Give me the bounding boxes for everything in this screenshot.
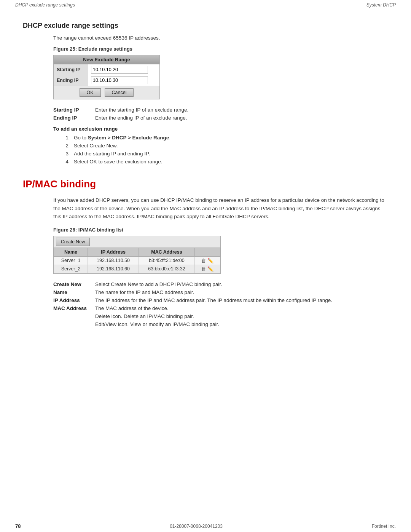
footer-doc-number: 01-28007-0068-20041203: [170, 524, 223, 529]
table-row: Server_2 192.168.110.60 63:bb:d0:e1:f3:3…: [54, 265, 220, 273]
table-header-row: Name IP Address MAC Address: [54, 248, 220, 256]
cell-name: Server_2: [54, 265, 88, 273]
footer-company: Fortinet Inc.: [372, 524, 396, 529]
col-actions: [194, 248, 220, 256]
footer-page-number: 78: [15, 523, 21, 529]
step-1: 1 Go to System > DHCP > Exclude Range.: [61, 135, 388, 141]
starting-ip-field[interactable]: [91, 66, 148, 73]
cell-ip: 192.168.110.60: [88, 265, 139, 273]
starting-ip-input-cell: [88, 64, 159, 75]
cell-mac: 63:bb:d0:e1:f3:32: [139, 265, 195, 273]
ip-address-desc: IP Address The IP address for the IP and…: [53, 297, 388, 303]
delete-icon[interactable]: 🗑: [201, 258, 206, 264]
edit-icon-def: Edit/View icon. View or modify an IP/MAC…: [95, 321, 388, 327]
step-2-text: Select Create New.: [74, 143, 118, 149]
ipmac-binding-table: Name IP Address MAC Address Server_1 192…: [54, 248, 220, 273]
starting-ip-def: Enter the starting IP of an exclude rang…: [95, 107, 388, 113]
procedure-steps: 1 Go to System > DHCP > Exclude Range. 2…: [61, 135, 388, 165]
figure25-caption: Figure 25: Exclude range settings: [53, 46, 388, 52]
ending-ip-label: Ending IP: [54, 75, 88, 86]
cell-name: Server_1: [54, 256, 88, 265]
section2-title: IP/MAC binding: [23, 178, 388, 190]
edit-icon[interactable]: ✏️: [207, 258, 213, 264]
section2-intro: If you have added DHCP servers, you can …: [53, 196, 388, 221]
delete-icon-desc: Delete icon. Delete an IP/MAC binding pa…: [53, 313, 388, 319]
procedure-title: To add an exclusion range: [53, 126, 388, 132]
name-def: The name for the IP and MAC address pair…: [95, 289, 388, 295]
create-new-button[interactable]: Create New: [56, 238, 90, 246]
edit-icon-term: [53, 321, 95, 327]
step-3-text: Add the starting IP and ending IP.: [74, 151, 150, 157]
starting-ip-row: Starting IP: [54, 64, 159, 75]
col-ip: IP Address: [88, 248, 139, 256]
mac-address-def: The MAC address of the device.: [95, 305, 388, 311]
col-name: Name: [54, 248, 88, 256]
header-right: System DHCP: [366, 2, 396, 8]
cancel-button[interactable]: Cancel: [105, 88, 134, 97]
cell-ip: 192.168.110.50: [88, 256, 139, 265]
delete-icon-term: [53, 313, 95, 319]
header-left: DHCP exclude range settings: [15, 2, 75, 8]
dialog-form-table: Starting IP Ending IP: [54, 64, 159, 86]
name-desc: Name The name for the IP and MAC address…: [53, 289, 388, 295]
create-new-desc: Create New Select Create New to add a DH…: [53, 281, 388, 287]
table-row: Server_1 192.168.110.50 b3:45:ff:21:de:0…: [54, 256, 220, 265]
name-term: Name: [53, 289, 95, 295]
starting-ip-desc: Starting IP Enter the starting IP of an …: [53, 107, 388, 113]
footer-bar: 78 01-28007-0068-20041203 Fortinet Inc.: [0, 520, 411, 532]
starting-ip-term: Starting IP: [53, 107, 95, 113]
create-new-term: Create New: [53, 281, 95, 287]
step-4: 4 Select OK to save the exclusion range.: [61, 159, 388, 165]
delete-icon-def: Delete icon. Delete an IP/MAC binding pa…: [95, 313, 388, 319]
step-3: 3 Add the starting IP and ending IP.: [61, 151, 388, 157]
create-new-bar: Create New: [54, 236, 220, 248]
mac-address-term: MAC Address: [53, 305, 95, 311]
create-new-def: Select Create New to add a DHCP IP/MAC b…: [95, 281, 388, 287]
ending-ip-row: Ending IP: [54, 75, 159, 86]
section1-title: DHCP exclude range settings: [23, 22, 388, 30]
cell-mac: b3:45:ff:21:de:00: [139, 256, 195, 265]
ok-button[interactable]: OK: [80, 88, 101, 97]
header-bar: DHCP exclude range settings System DHCP: [0, 0, 411, 10]
step-2: 2 Select Create New.: [61, 143, 388, 149]
ending-ip-term: Ending IP: [53, 115, 95, 121]
step-4-text: Select OK to save the exclusion range.: [74, 159, 162, 165]
col-mac: MAC Address: [139, 248, 195, 256]
ending-ip-def: Enter the ending IP of an exclude range.: [95, 115, 388, 121]
figure26-caption: Figure 26: IP/MAC binding list: [53, 227, 388, 233]
section1-intro: The range cannot exceed 65536 IP address…: [53, 35, 388, 41]
ip-address-def: The IP address for the IP and MAC addres…: [95, 297, 388, 303]
mac-address-desc: MAC Address The MAC address of the devic…: [53, 305, 388, 311]
dialog-title: New Exclude Range: [54, 55, 159, 64]
ending-ip-desc: Ending IP Enter the ending IP of an excl…: [53, 115, 388, 121]
cell-actions: 🗑 ✏️: [194, 256, 220, 265]
ipmac-table-wrap: Create New Name IP Address MAC Address S…: [53, 236, 221, 274]
exclude-range-dialog: New Exclude Range Starting IP Ending IP …: [53, 55, 160, 99]
edit-icon[interactable]: ✏️: [207, 266, 213, 272]
section1-field-descriptions: Starting IP Enter the starting IP of an …: [53, 107, 388, 121]
edit-icon-desc: Edit/View icon. View or modify an IP/MAC…: [53, 321, 388, 327]
ending-ip-field[interactable]: [91, 77, 148, 84]
step-1-text: Go to System > DHCP > Exclude Range.: [74, 135, 170, 141]
ip-address-term: IP Address: [53, 297, 95, 303]
dialog-buttons: OK Cancel: [54, 86, 159, 99]
ending-ip-input-cell: [88, 75, 159, 86]
section2-field-descriptions: Create New Select Create New to add a DH…: [53, 281, 388, 327]
main-content: DHCP exclude range settings The range ca…: [0, 10, 411, 355]
cell-actions: 🗑 ✏️: [194, 265, 220, 273]
delete-icon[interactable]: 🗑: [201, 266, 206, 272]
starting-ip-label: Starting IP: [54, 64, 88, 75]
